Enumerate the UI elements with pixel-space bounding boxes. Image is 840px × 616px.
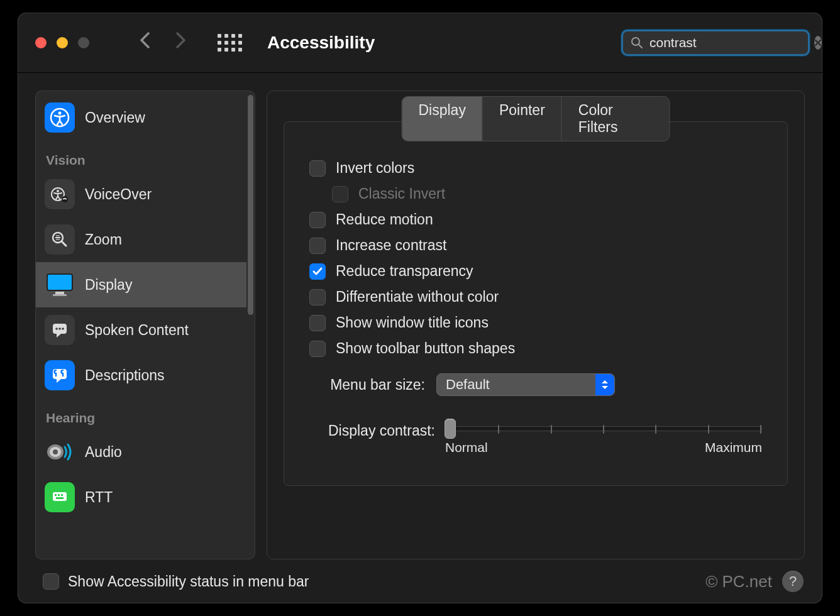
sidebar-item-label: Descriptions [85,367,165,384]
svg-rect-25 [58,494,60,496]
svg-point-3 [58,112,62,115]
titlebar: Accessibility [18,13,822,73]
search-input[interactable] [643,35,814,50]
sidebar-item-label: Audio [85,444,122,461]
sidebar-item-descriptions[interactable]: Descriptions [36,353,246,398]
label-status-menubar: Show Accessibility status in menu bar [68,573,309,590]
svg-rect-26 [61,494,63,496]
audio-icon [45,437,75,467]
voiceover-icon [45,179,75,209]
svg-point-5 [57,190,59,192]
checkbox-toolbar-shapes[interactable] [309,341,326,357]
slider-thumb[interactable] [445,419,456,439]
display-icon [45,270,75,300]
scrollbar-thumb[interactable] [248,95,253,315]
label-classic-invert: Classic Invert [358,185,445,202]
menu-bar-size-label: Menu bar size: [309,377,425,393]
svg-rect-27 [56,497,64,499]
svg-point-17 [58,327,61,330]
minimize-window-button[interactable] [57,37,68,48]
clear-search-button[interactable] [814,36,822,50]
checkbox-window-title-icons[interactable] [309,315,326,331]
help-button[interactable]: ? [782,571,804,592]
label-invert-colors: Invert colors [336,160,414,177]
checkbox-invert-colors[interactable] [309,160,326,177]
checkbox-reduce-motion[interactable] [309,212,326,228]
sidebar-item-label: Display [85,277,132,294]
footer: Show Accessibility status in menu bar © … [18,559,822,603]
sidebar-item-audio[interactable]: Audio [36,429,246,475]
svg-rect-13 [55,292,64,294]
checkbox-reduce-transparency[interactable] [309,263,326,280]
nav-arrows [140,32,186,53]
display-contrast-label: Display contrast: [309,421,435,439]
preferences-window: Accessibility Overview Vision [18,13,822,603]
label-increase-contrast: Increase contrast [336,237,446,254]
body: Overview Vision VoiceOver Zoom [18,73,822,559]
sidebar-section-hearing: Hearing [36,398,246,429]
label-window-title-icons: Show window title icons [336,314,489,331]
sidebar-scrollbar[interactable] [246,91,255,559]
search-field[interactable] [621,30,810,56]
show-all-button[interactable] [218,34,242,52]
slider-min-label: Normal [445,440,488,455]
sidebar-item-voiceover[interactable]: VoiceOver [36,172,246,217]
back-button[interactable] [140,32,150,53]
window-title: Accessibility [267,33,375,53]
sidebar-item-overview[interactable]: Overview [36,95,246,140]
svg-point-0 [632,38,639,45]
checkbox-differentiate-color[interactable] [309,289,326,305]
sidebar-item-label: Zoom [85,231,122,248]
svg-rect-14 [53,294,67,296]
sidebar-item-display[interactable]: Display [36,262,246,307]
svg-point-16 [55,327,58,330]
accessibility-icon [45,102,75,133]
zoom-window-button [78,37,89,48]
content-panel: Display Pointer Color Filters Invert col… [267,91,805,559]
sidebar-item-zoom[interactable]: Zoom [36,217,246,262]
sidebar-item-label: RTT [85,489,113,506]
sidebar-item-rtt[interactable]: RTT [36,475,246,520]
rtt-icon [45,482,75,512]
select-stepper-icon [595,374,614,395]
sidebar-item-label: VoiceOver [85,186,152,203]
search-icon [631,36,643,49]
svg-line-8 [62,241,66,246]
sidebar-item-spoken-content[interactable]: Spoken Content [36,307,246,353]
display-options-group: Invert colors Classic Invert Reduce moti… [284,121,788,486]
checkbox-classic-invert [332,186,348,202]
spoken-content-icon [45,315,75,345]
slider-ticks [446,427,761,431]
checkbox-status-menubar[interactable] [43,573,59,590]
svg-rect-12 [47,274,72,290]
sidebar-item-label: Spoken Content [85,322,189,339]
traffic-lights [35,37,89,48]
tab-display[interactable]: Display [402,97,482,141]
close-window-button[interactable] [35,37,47,48]
label-differentiate-color: Differentiate without color [336,289,499,305]
slider-max-label: Maximum [705,440,762,455]
menu-bar-size-select[interactable]: Default [436,373,615,396]
svg-rect-24 [55,494,57,496]
forward-button[interactable] [176,32,186,53]
segmented-tabs: Display Pointer Color Filters [402,96,670,141]
watermark-text: © PC.net [705,572,772,591]
svg-point-18 [62,327,64,330]
label-reduce-motion: Reduce motion [336,211,433,228]
sidebar-section-vision: Vision [36,140,246,172]
descriptions-icon [45,360,75,390]
svg-point-22 [53,449,58,454]
zoom-icon [45,224,75,255]
svg-point-6 [62,196,68,202]
svg-rect-23 [53,492,67,501]
sidebar: Overview Vision VoiceOver Zoom [35,91,246,559]
tab-color-filters[interactable]: Color Filters [561,97,670,141]
label-reduce-transparency: Reduce transparency [336,263,473,280]
tab-pointer[interactable]: Pointer [482,97,561,141]
label-toolbar-shapes: Show toolbar button shapes [336,340,515,357]
svg-line-1 [639,45,642,48]
display-contrast-slider[interactable] [445,426,762,431]
sidebar-item-label: Overview [85,109,145,126]
select-value: Default [446,377,490,393]
checkbox-increase-contrast[interactable] [309,238,326,254]
